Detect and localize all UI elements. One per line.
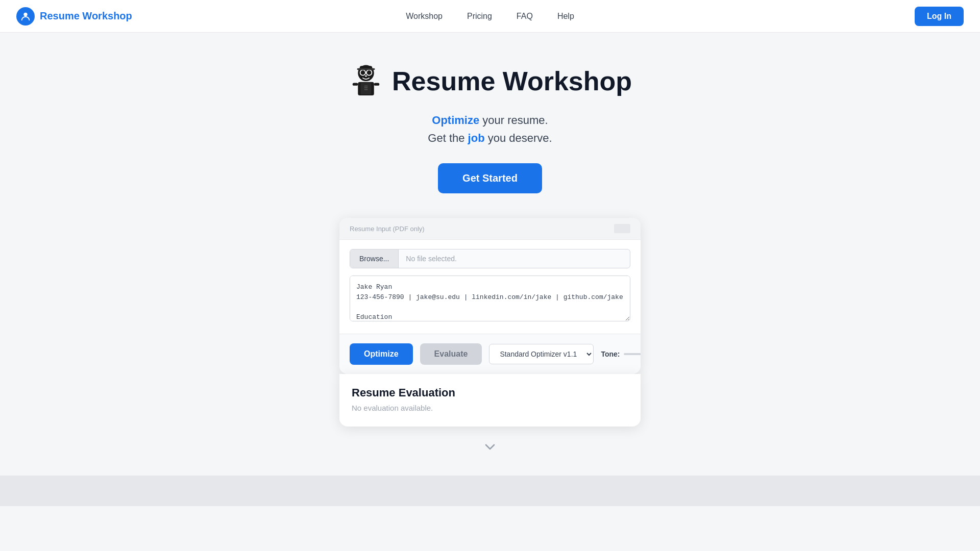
evaluation-title: Resume Evaluation [352,386,628,399]
subtitle-optimize: Optimize [432,114,479,127]
tone-slider[interactable] [624,353,641,355]
hero-subtitle: Optimize your resume. Get the job you de… [428,111,552,147]
card-body: Browse... No file selected. [339,240,641,334]
subtitle-job: job [468,132,485,144]
svg-rect-10 [364,86,368,87]
evaluate-button[interactable]: Evaluate [420,343,482,365]
brand-icon [16,7,35,26]
hero-subtitle-line1: Optimize your resume. [428,111,552,129]
hero-title-row: Resume Workshop [348,63,632,99]
login-button[interactable]: Log In [915,7,964,26]
evaluation-empty: No evaluation available. [352,404,628,412]
card-top-right [614,224,630,233]
hero-mascot-icon [348,63,384,99]
nav-workshop[interactable]: Workshop [406,12,443,21]
resume-textarea[interactable] [350,276,630,321]
svg-rect-14 [374,83,380,86]
tone-control: Tone: [601,350,641,358]
tone-label: Tone: [601,350,620,358]
svg-rect-12 [364,89,368,90]
workshop-panel: Resume Input (PDF only) Browse... No fil… [339,218,641,427]
optimize-button[interactable]: Optimize [350,343,413,365]
hero-section: Resume Workshop Optimize your resume. Ge… [0,33,980,475]
nav-pricing[interactable]: Pricing [467,12,492,21]
chevron-down-icon [482,439,498,455]
svg-rect-9 [360,83,371,95]
scroll-indicator [482,439,498,455]
subtitle-get-the: Get the [428,132,468,144]
navbar: Resume Workshop Workshop Pricing FAQ Hel… [0,0,980,33]
workshop-card: Resume Input (PDF only) Browse... No fil… [339,218,641,374]
card-top-bar: Resume Input (PDF only) [339,218,641,240]
file-input-row: Browse... No file selected. [350,249,630,268]
footer-bar [0,475,980,506]
file-selection-label: No file selected. [399,249,464,268]
nav-faq[interactable]: FAQ [517,12,533,21]
nav-help[interactable]: Help [557,12,574,21]
browse-button[interactable]: Browse... [350,249,399,268]
brand-name: Resume Workshop [40,10,132,22]
hero-subtitle-line2: Get the job you deserve. [428,129,552,147]
optimizer-select[interactable]: Standard Optimizer v1.1 [489,344,594,364]
nav-links: Workshop Pricing FAQ Help [406,12,574,21]
hero-title-text: Resume Workshop [392,66,632,96]
svg-rect-5 [365,76,367,77]
svg-point-0 [23,12,27,16]
card-top-label: Resume Input (PDF only) [350,225,425,233]
subtitle-line1-rest: your resume. [479,114,548,127]
svg-rect-13 [353,83,358,86]
evaluation-section: Resume Evaluation No evaluation availabl… [339,374,641,427]
svg-rect-11 [364,87,368,88]
svg-rect-7 [357,68,375,70]
subtitle-line2-rest: you deserve. [485,132,552,144]
brand-logo[interactable]: Resume Workshop [16,7,132,26]
get-started-button[interactable]: Get Started [438,163,542,193]
action-row: Optimize Evaluate Standard Optimizer v1.… [339,334,641,374]
